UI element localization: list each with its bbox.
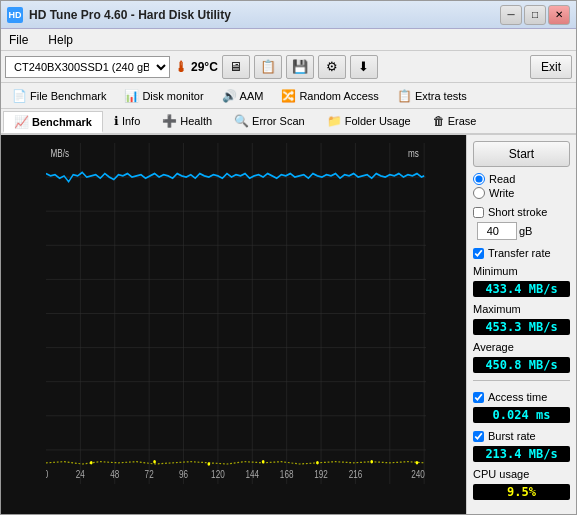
exit-button[interactable]: Exit xyxy=(530,55,572,79)
app-icon: HD xyxy=(7,7,23,23)
main-content: 500 450 400 350 300 250 200 150 100 50 0… xyxy=(1,135,576,514)
read-label: Read xyxy=(489,173,515,185)
tab-random-access-label: Random Access xyxy=(299,90,378,102)
menu-help[interactable]: Help xyxy=(44,32,77,48)
read-radio[interactable] xyxy=(473,173,485,185)
read-write-group: Read Write xyxy=(473,173,570,199)
svg-point-52 xyxy=(90,461,93,465)
title-bar-controls: ─ □ ✕ xyxy=(500,5,570,25)
tab-folder-usage-label: Folder Usage xyxy=(345,115,411,127)
tab-erase[interactable]: 🗑 Erase xyxy=(422,110,488,132)
toolbar-btn-3[interactable]: 💾 xyxy=(286,55,314,79)
transfer-rate-text: Transfer rate xyxy=(488,247,551,259)
svg-text:216: 216 xyxy=(349,468,363,480)
extra-tests-icon: 📋 xyxy=(397,89,412,103)
tab-health[interactable]: ➕ Health xyxy=(151,110,223,132)
file-benchmark-icon: 📄 xyxy=(12,89,27,103)
bottom-tabs: 📈 Benchmark ℹ Info ➕ Health 🔍 Error Scan… xyxy=(1,109,576,135)
short-stroke-text: Short stroke xyxy=(488,206,547,218)
read-radio-label[interactable]: Read xyxy=(473,173,570,185)
burst-value: 213.4 MB/s xyxy=(473,446,570,462)
toolbar-btn-1[interactable]: 🖥 xyxy=(222,55,250,79)
minimum-value: 433.4 MB/s xyxy=(473,281,570,297)
stroke-spinbox: gB xyxy=(477,222,570,240)
maximize-button[interactable]: □ xyxy=(524,5,546,25)
start-button[interactable]: Start xyxy=(473,141,570,167)
benchmark-chart: 500 450 400 350 300 250 200 150 100 50 0… xyxy=(46,143,426,484)
drive-selector[interactable]: CT240BX300SSD1 (240 gB) xyxy=(5,56,170,78)
tab-health-label: Health xyxy=(180,115,212,127)
access-time-text: Access time xyxy=(488,391,547,403)
svg-point-58 xyxy=(416,461,419,465)
cpu-value: 9.5% xyxy=(473,484,570,500)
average-label: Average xyxy=(473,341,570,353)
divider-1 xyxy=(473,380,570,381)
menu-file[interactable]: File xyxy=(5,32,32,48)
svg-text:48: 48 xyxy=(110,468,119,480)
transfer-rate-label[interactable]: Transfer rate xyxy=(473,247,570,259)
tab-info-label: Info xyxy=(122,115,140,127)
erase-icon: 🗑 xyxy=(433,114,445,128)
svg-text:120: 120 xyxy=(211,468,225,480)
tab-aam-label: AAM xyxy=(240,90,264,102)
tab-disk-monitor[interactable]: 📊 Disk monitor xyxy=(115,85,212,107)
toolbar-btn-4[interactable]: ⚙ xyxy=(318,55,346,79)
average-value: 450.8 MB/s xyxy=(473,357,570,373)
tab-extra-tests[interactable]: 📋 Extra tests xyxy=(388,85,476,107)
minimize-button[interactable]: ─ xyxy=(500,5,522,25)
health-icon: ➕ xyxy=(162,114,177,128)
svg-text:24: 24 xyxy=(76,468,85,480)
svg-point-57 xyxy=(370,460,373,464)
access-time-label[interactable]: Access time xyxy=(473,391,570,403)
burst-rate-checkbox[interactable] xyxy=(473,431,484,442)
burst-rate-label[interactable]: Burst rate xyxy=(473,430,570,442)
svg-text:ms: ms xyxy=(408,147,419,159)
tab-error-scan[interactable]: 🔍 Error Scan xyxy=(223,110,316,132)
short-stroke-checkbox[interactable] xyxy=(473,207,484,218)
svg-text:240 gB: 240 gB xyxy=(411,468,426,480)
burst-rate-text: Burst rate xyxy=(488,430,536,442)
tab-benchmark[interactable]: 📈 Benchmark xyxy=(3,111,103,133)
toolbar-btn-2[interactable]: 📋 xyxy=(254,55,282,79)
access-time-checkbox[interactable] xyxy=(473,392,484,403)
svg-text:72: 72 xyxy=(145,468,154,480)
temperature-icon: 🌡 xyxy=(174,59,188,75)
benchmark-icon: 📈 xyxy=(14,115,29,129)
svg-text:192: 192 xyxy=(314,468,328,480)
tab-extra-tests-label: Extra tests xyxy=(415,90,467,102)
close-button[interactable]: ✕ xyxy=(548,5,570,25)
tab-random-access[interactable]: 🔀 Random Access xyxy=(272,85,387,107)
transfer-rate-checkbox[interactable] xyxy=(473,248,484,259)
write-radio[interactable] xyxy=(473,187,485,199)
tab-error-scan-label: Error Scan xyxy=(252,115,305,127)
tab-disk-monitor-label: Disk monitor xyxy=(142,90,203,102)
tab-info[interactable]: ℹ Info xyxy=(103,110,151,132)
info-icon: ℹ xyxy=(114,114,119,128)
svg-point-53 xyxy=(153,460,156,464)
write-radio-label[interactable]: Write xyxy=(473,187,570,199)
temperature-badge: 🌡 29°C xyxy=(174,59,218,75)
disk-monitor-icon: 📊 xyxy=(124,89,139,103)
svg-text:96: 96 xyxy=(179,468,188,480)
chart-area: 500 450 400 350 300 250 200 150 100 50 0… xyxy=(1,135,466,514)
main-window: HD HD Tune Pro 4.60 - Hard Disk Utility … xyxy=(0,0,577,515)
aam-icon: 🔊 xyxy=(222,89,237,103)
toolbar-btn-5[interactable]: ⬇ xyxy=(350,55,378,79)
access-value: 0.024 ms xyxy=(473,407,570,423)
top-tabs: 📄 File Benchmark 📊 Disk monitor 🔊 AAM 🔀 … xyxy=(1,83,576,109)
folder-usage-icon: 📁 xyxy=(327,114,342,128)
tab-benchmark-label: Benchmark xyxy=(32,116,92,128)
tab-erase-label: Erase xyxy=(448,115,477,127)
tab-aam[interactable]: 🔊 AAM xyxy=(213,85,273,107)
svg-text:MB/s: MB/s xyxy=(51,147,70,159)
stroke-value-input[interactable] xyxy=(477,222,517,240)
short-stroke-label[interactable]: Short stroke xyxy=(473,206,570,218)
cpu-usage-label: CPU usage xyxy=(473,468,570,480)
tab-file-benchmark[interactable]: 📄 File Benchmark xyxy=(3,85,115,107)
title-bar-left: HD HD Tune Pro 4.60 - Hard Disk Utility xyxy=(7,7,231,23)
temperature-value: 29°C xyxy=(191,60,218,74)
toolbar: CT240BX300SSD1 (240 gB) 🌡 29°C 🖥 📋 💾 ⚙ ⬇… xyxy=(1,51,576,83)
tab-folder-usage[interactable]: 📁 Folder Usage xyxy=(316,110,422,132)
right-panel: Start Read Write Short stroke xyxy=(466,135,576,514)
maximum-label: Maximum xyxy=(473,303,570,315)
